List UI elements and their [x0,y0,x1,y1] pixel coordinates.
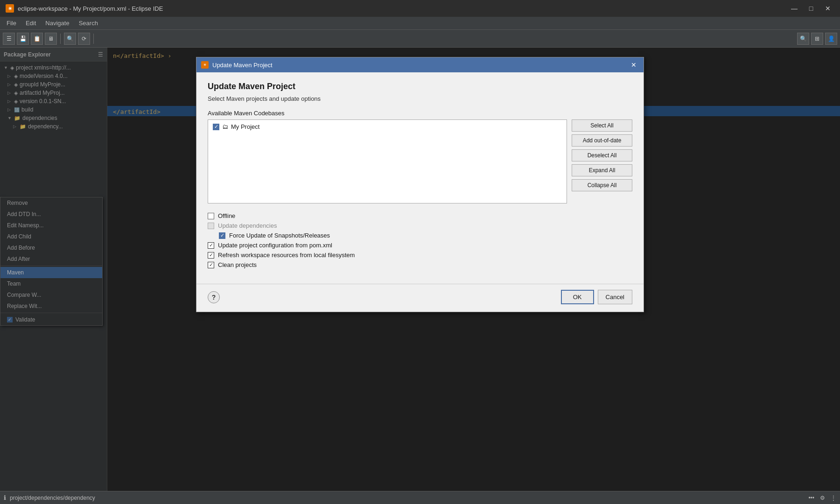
title-bar: ☀ eclipse-workspace - My Project/pom.xml… [0,0,840,17]
ok-button[interactable]: OK [561,290,594,304]
clean-projects-checkbox[interactable] [208,262,214,268]
clean-projects-label: Clean projects [218,261,257,268]
refresh-workspace-label: Refresh workspace resources from local f… [218,252,355,259]
help-button[interactable]: ? [208,291,220,303]
codebase-checkbox-myproject[interactable]: ✓ [213,124,219,130]
dialog-close-button[interactable]: ✕ [629,60,639,70]
window-controls: — □ ✕ [788,4,834,13]
option-row-update-deps: Update dependencies [208,221,632,231]
toolbar: ☰ 💾 📋 🖥 🔍 ⟳ 🔍 ⊞ 👤 [0,30,840,48]
tips-button[interactable]: 👤 [825,33,837,45]
option-row-clean-projects: Clean projects [208,260,632,270]
global-search-button[interactable]: 🔍 [797,33,809,45]
dialog-titlebar-left: ☀ Update Maven Project [201,61,273,69]
minimize-button[interactable]: — [788,4,801,13]
dialog-subtitle: Select Maven projects and update options [208,95,632,102]
update-config-label: Update project configuration from pom.xm… [218,242,332,249]
option-row-force-update: Force Update of Snapshots/Releases [208,231,632,240]
add-out-of-date-button[interactable]: Add out-of-date [572,134,632,147]
print-button[interactable]: 🖥 [45,33,57,45]
offline-label: Offline [218,212,235,219]
force-update-checkbox[interactable] [219,232,225,239]
status-icon: ℹ [4,494,6,501]
project-icon: 🗂 [222,123,228,130]
toolbar-sep-2 [93,34,94,44]
deselect-all-button[interactable]: Deselect All [572,149,632,161]
refresh-workspace-checkbox[interactable] [208,252,214,259]
expand-all-button[interactable]: Expand All [572,164,632,176]
window-title: eclipse-workspace - My Project/pom.xml -… [18,5,163,12]
status-more: ⋮ [831,495,836,501]
status-dots: ••• [808,495,814,501]
dialog-title-icon: ☀ [201,61,209,69]
update-config-checkbox[interactable] [208,242,214,249]
new-button[interactable]: ☰ [3,33,15,45]
update-deps-label: Update dependencies [218,222,277,229]
status-text: project/dependencies/dependency [10,495,95,501]
menu-search[interactable]: Search [74,18,103,28]
toolbar-sep-1 [60,34,61,44]
option-row-offline: Offline [208,211,632,221]
dialog-titlebar: ☀ Update Maven Project ✕ [196,57,644,72]
options-section: Offline Update dependencies Force Update… [208,211,632,270]
dialog-overlay: ☀ Update Maven Project ✕ Update Maven Pr… [0,48,840,491]
update-maven-dialog: ☀ Update Maven Project ✕ Update Maven Pr… [196,57,644,312]
dialog-body: Update Maven Project Select Maven projec… [196,72,644,279]
dialog-main-title: Update Maven Project [208,82,632,91]
collapse-all-button[interactable]: Collapse All [572,179,632,191]
status-right: ••• ⚙ ⋮ [808,495,836,501]
menu-edit[interactable]: Edit [21,18,41,28]
menu-bar: File Edit Navigate Search [0,17,840,30]
main-area: Package Explorer ☰ ▼ ◈ project xmlns=htt… [0,48,840,491]
option-row-update-config: Update project configuration from pom.xm… [208,240,632,250]
perspective-button[interactable]: ⊞ [811,33,823,45]
offline-checkbox[interactable] [208,213,214,219]
status-left: ℹ project/dependencies/dependency [4,494,95,501]
status-bar: ℹ project/dependencies/dependency ••• ⚙ … [0,491,840,504]
codebase-label-myproject: My Project [231,123,259,130]
force-update-label: Force Update of Snapshots/Releases [229,232,330,239]
save-button[interactable]: 💾 [17,33,29,45]
option-row-refresh-workspace: Refresh workspace resources from local f… [208,250,632,260]
save-all-button[interactable]: 📋 [31,33,43,45]
codebase-list: ✓ 🗂 My Project [208,119,567,203]
codebase-item-myproject[interactable]: ✓ 🗂 My Project [210,122,565,132]
cancel-button[interactable]: Cancel [598,290,632,304]
codebase-section: ✓ 🗂 My Project Select All Add out-of-dat… [208,119,632,203]
menu-file[interactable]: File [2,18,21,28]
close-window-button[interactable]: ✕ [821,4,834,13]
section-label: Available Maven Codebases [208,110,632,117]
dialog-footer: ? OK Cancel [196,284,644,312]
status-gear: ⚙ [820,495,825,501]
maximize-button[interactable]: □ [805,4,818,13]
menu-navigate[interactable]: Navigate [41,18,74,28]
codebase-buttons: Select All Add out-of-date Deselect All … [572,119,632,203]
update-deps-checkbox [208,223,214,229]
search-toolbar-button[interactable]: 🔍 [64,33,76,45]
select-all-button[interactable]: Select All [572,119,632,132]
eclipse-icon: ☀ [6,4,14,13]
title-bar-left: ☀ eclipse-workspace - My Project/pom.xml… [6,4,163,13]
footer-buttons: OK Cancel [561,290,632,304]
refresh-button[interactable]: ⟳ [78,33,90,45]
dialog-title: Update Maven Project [212,62,273,69]
